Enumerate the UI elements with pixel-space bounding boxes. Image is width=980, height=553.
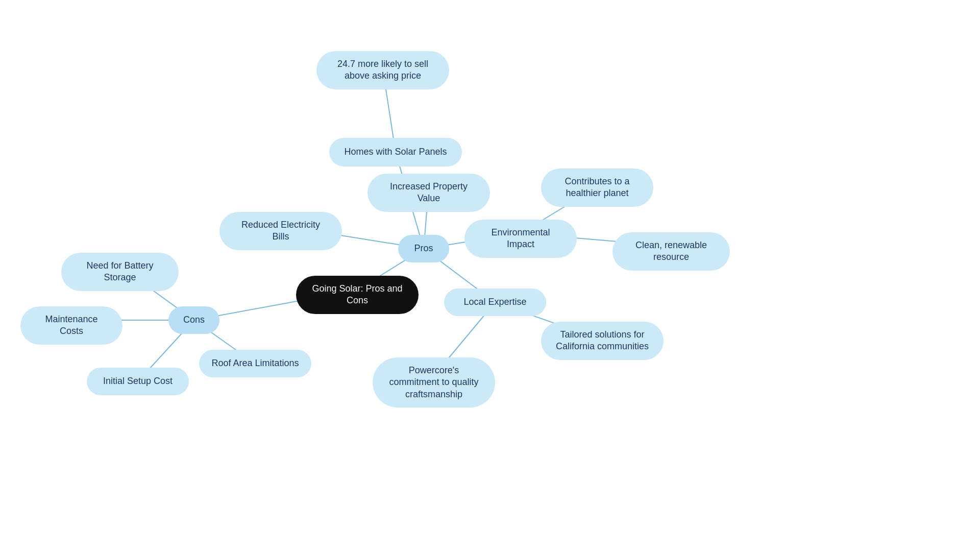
node-maintenanceCosts: Maintenance Costs (20, 306, 122, 345)
mind-map-container: Going Solar: Pros and ConsProsConsHomes … (0, 0, 980, 553)
node-tailoredSolutions: Tailored solutions for California commun… (541, 322, 664, 360)
node-cleanRenewable: Clean, renewable resource (612, 232, 730, 271)
node-cons: Cons (168, 306, 219, 334)
node-pros: Pros (398, 235, 449, 262)
node-contributesHealthier: Contributes to a healthier planet (541, 169, 653, 207)
node-initialSetup: Initial Setup Cost (87, 368, 189, 395)
node-sellAbove: 24.7 more likely to sell above asking pr… (316, 51, 449, 89)
node-environmentalImpact: Environmental Impact (464, 220, 577, 258)
node-homesWithSolar: Homes with Solar Panels (329, 138, 462, 166)
node-powercore: Powercore's commitment to quality crafts… (373, 357, 495, 407)
node-needBattery: Need for Battery Storage (61, 253, 179, 291)
node-reducedElectricity: Reduced Electricity Bills (219, 212, 342, 250)
node-increasedProperty: Increased Property Value (368, 174, 490, 212)
node-central: Going Solar: Pros and Cons (296, 276, 419, 314)
node-roofArea: Roof Area Limitations (199, 350, 311, 377)
node-localExpertise: Local Expertise (444, 288, 546, 316)
